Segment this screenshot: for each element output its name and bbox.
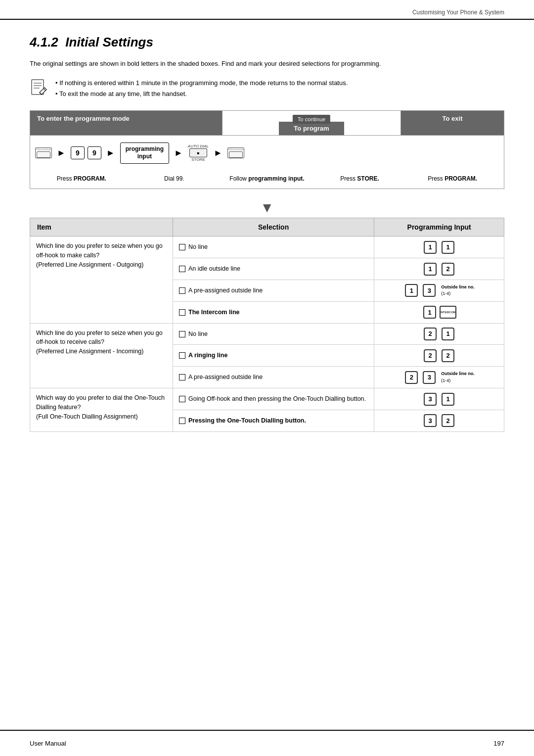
pressing-label: Pressing the One-Touch Dialling button. (188, 416, 306, 425)
key-3-1a: 3 (424, 393, 437, 406)
arrow-3: ► (174, 148, 183, 158)
th-pi: Programming Input (374, 218, 504, 236)
key-9-1: 9 (71, 146, 85, 159)
outside-note-2b: (1-4) (441, 378, 475, 384)
intercom-key: INTERCOM (440, 306, 456, 319)
key-2-3b: 3 (423, 371, 436, 384)
prog-input-box: programming input (120, 142, 169, 164)
arrow-1: ► (57, 148, 66, 158)
diagram-col2-gap: To continue To program (222, 111, 401, 135)
outside-note-1: Outside line no. (441, 284, 475, 291)
item-incoming: Which line do you prefer to seize when y… (30, 323, 173, 388)
footer-press-program2: Press PROGRAM. (406, 175, 499, 183)
pi-idle-outside: 1 2 (374, 258, 504, 280)
sel-pressing: Pressing the One-Touch Dialling button. (173, 410, 374, 431)
checkbox-idle-outside (179, 266, 185, 272)
to-continue-btn: To continue (293, 115, 330, 124)
down-arrow: ▼ (30, 200, 504, 216)
main-content: 4.1.2 Initial Settings The original sett… (0, 20, 534, 467)
key-2-1a: 2 (424, 328, 437, 340)
key-1-2b: 2 (442, 263, 454, 276)
note-box: • If nothing is entered within 1 minute … (30, 78, 504, 100)
program-key-start: PROGRAM (35, 147, 52, 158)
checkbox-offhook (179, 396, 185, 402)
pi-offhook: 3 1 (374, 388, 504, 410)
footer-left: User Manual (30, 740, 66, 747)
diagram-body: PROGRAM ► 9 9 ► programming input ► AUTO… (30, 136, 504, 171)
footer-dial: Dial 99. (128, 175, 221, 183)
arrow-4: ► (214, 148, 222, 158)
checkbox-intercom (179, 309, 185, 316)
sel-idle-outside: An idle outside line (173, 258, 374, 280)
program-key-end: PROGRAM (227, 147, 244, 158)
table-row: Which line do you prefer to seize when y… (30, 323, 504, 345)
sel-noline: No line (173, 236, 374, 258)
footer-follow: Follow programming input. (221, 175, 313, 183)
diagram-header: To enter the programme mode To continue … (30, 111, 504, 136)
header-title: Customising Your Phone & System (412, 9, 504, 16)
checkbox-preassigned-out (179, 287, 185, 294)
key-1-1a: 1 (424, 241, 437, 254)
sel-noline-in: No line (173, 323, 374, 345)
pi-noline-in: 2 1 (374, 323, 504, 345)
page-header: Customising Your Phone & System (0, 0, 534, 20)
key-1-3a: 1 (405, 284, 418, 297)
footer-press-program: Press PROGRAM. (35, 175, 128, 183)
diagram-footer: Press PROGRAM. Dial 99. Follow programmi… (30, 171, 504, 189)
checkbox-preassigned-in (179, 374, 185, 380)
diagram-col3: To exit (401, 111, 504, 135)
table-row: Which way do you prefer to dial the One-… (30, 388, 504, 410)
key-1-2a: 1 (424, 263, 437, 276)
sel-ringing: A ringing line (173, 345, 374, 367)
key-2-2a: 2 (424, 349, 437, 362)
footer-right: 197 (493, 740, 504, 747)
diagram-col2-label: To program (279, 122, 344, 135)
sel-preassigned-in: A pre-assigned outside line (173, 367, 374, 388)
pi-pressing: 3 2 (374, 410, 504, 431)
key-2-2b: 2 (442, 349, 454, 362)
settings-table: Item Selection Programming Input Which l… (30, 218, 504, 431)
key-3-2b: 2 (442, 414, 454, 427)
intro-text: The original settings are shown in bold … (30, 59, 504, 69)
arrow-2: ► (106, 148, 115, 158)
note-icon (30, 79, 48, 100)
item-onetouch: Which way do you prefer to dial the One-… (30, 388, 173, 432)
programme-diagram: To enter the programme mode To continue … (30, 110, 504, 189)
pi-preassigned-in: 2 3 Outside line no. (1-4) (374, 367, 504, 388)
pi-intercom: 1 INTERCOM (374, 301, 504, 323)
key-1-3b: 3 (423, 284, 436, 297)
table-row: Which line do you prefer to seize when y… (30, 236, 504, 258)
checkbox-noline-in (179, 331, 185, 337)
note-line-2: • To exit the mode at any time, lift the… (55, 89, 348, 99)
footer-press-store: Press STORE. (313, 175, 406, 183)
diagram-col1: To enter the programme mode (30, 111, 222, 135)
key-3-1b: 1 (442, 393, 454, 406)
outside-note-2: Outside line no. (441, 371, 475, 378)
checkbox-pressing (179, 418, 185, 424)
note-text: • If nothing is entered within 1 minute … (55, 78, 348, 99)
pi-ringing: 2 2 (374, 345, 504, 367)
th-selection: Selection (173, 218, 374, 236)
table-header-row: Item Selection Programming Input (30, 218, 504, 236)
key-9-2: 9 (88, 146, 101, 159)
intercom-label: The Intercom line (188, 308, 240, 317)
key-2-1b: 1 (442, 328, 454, 340)
key-3-2a: 3 (424, 414, 437, 427)
key-1-1b: 1 (442, 241, 454, 254)
sel-intercom: The Intercom line (173, 301, 374, 323)
store-key: AUTO DIAL ■ STORE (188, 144, 209, 162)
sel-offhook: Going Off-hook and then pressing the One… (173, 388, 374, 410)
note-line-1: • If nothing is entered within 1 minute … (55, 78, 348, 89)
checkbox-noline (179, 244, 185, 250)
pi-noline: 1 1 (374, 236, 504, 258)
th-item: Item (30, 218, 173, 236)
outside-note-1b: (1-4) (441, 290, 475, 297)
page-footer: User Manual 197 (0, 730, 534, 756)
pi-preassigned-out: 1 3 Outside line no. (1-4) (374, 280, 504, 301)
key-1-ic-a: 1 (423, 306, 436, 319)
sel-preassigned-out: A pre-assigned outside line (173, 280, 374, 301)
item-outgoing: Which line do you prefer to seize when y… (30, 236, 173, 323)
key-2-3a: 2 (405, 371, 418, 384)
ringing-label: A ringing line (188, 351, 227, 360)
checkbox-ringing (179, 352, 185, 359)
